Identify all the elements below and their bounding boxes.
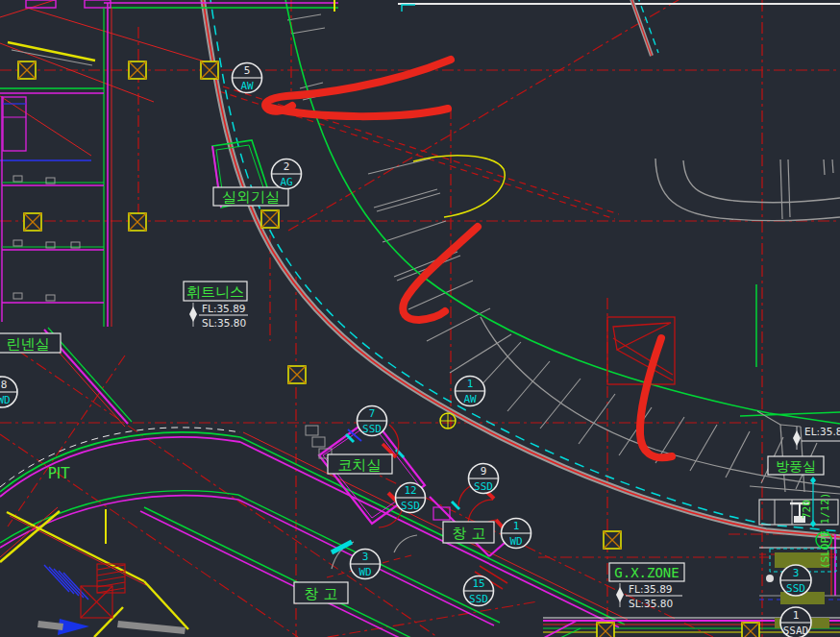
svg-text:EL:35.8: EL:35.8 (804, 426, 840, 437)
svg-text:창 고: 창 고 (453, 525, 486, 542)
svg-text:1: 1 (467, 378, 474, 390)
svg-text:실외기실: 실외기실 (222, 188, 280, 206)
floor-plan-drawing: 실외기실 휘트니스 린넨실 PIT 코치실 창 고 창 고 G.X.ZONE (0, 0, 840, 637)
yellow-arc-detail (413, 156, 505, 217)
marker-7-SSD: 7 SSD (358, 406, 387, 436)
svg-text:FL:35.89: FL:35.89 (629, 583, 673, 595)
svg-text:방풍실: 방풍실 (776, 458, 816, 474)
level-gx-zone: FL:35.89 SL:35.80 (616, 583, 682, 609)
svg-text:SSD: SSD (401, 500, 420, 512)
level-fitness: FL:35.89 SL:35.80 (189, 303, 248, 329)
curved-road-wall (202, 0, 840, 537)
svg-text:WD: WD (509, 535, 522, 548)
svg-text:1: 1 (793, 609, 800, 622)
room-label-linen: 린넨실 (0, 333, 61, 353)
svg-text:SSAD: SSAD (783, 625, 809, 637)
svg-text:휘트니스: 휘트니스 (186, 283, 244, 301)
svg-text:12: 12 (404, 484, 416, 497)
svg-text:G.X.ZONE: G.X.ZONE (614, 565, 679, 580)
svg-text:SSD: SSD (474, 480, 493, 493)
marker-1-WD: 1 WD (502, 519, 531, 549)
svg-text:SSD: SSD (469, 593, 488, 605)
gray-bar (117, 621, 185, 634)
marker-3-SSD: 3 SSD (780, 565, 811, 596)
annotation-stroke-1b (270, 108, 448, 116)
lockers (306, 426, 332, 458)
room-label-storage-bottom: 창 고 (294, 582, 348, 603)
room-label-fitness: 휘트니스 (184, 282, 247, 301)
level-right-el: EL:35.8 (793, 426, 840, 450)
svg-text:AW: AW (240, 80, 254, 92)
svg-text:15: 15 (472, 577, 484, 590)
marker-12-SSD: 12 SSD (396, 483, 426, 513)
svg-text:창 고: 창 고 (305, 585, 338, 602)
room-label-pit: PIT (48, 465, 70, 482)
survey-point (440, 413, 456, 429)
stair-hatch (44, 565, 88, 600)
shaft-hatch (81, 564, 125, 618)
svg-text:WD: WD (358, 566, 371, 578)
svg-text:AW: AW (463, 393, 477, 405)
road-curves (398, 0, 840, 220)
svg-text:AG: AG (280, 176, 292, 188)
svg-text:5: 5 (244, 64, 251, 77)
room-label-coach: 코치실 (328, 454, 392, 474)
svg-text:SL:35.80: SL:35.80 (202, 317, 246, 329)
annotation-stroke-3 (640, 338, 672, 457)
marker-8-WD: 8 WD (0, 377, 17, 407)
room-label-storage-mid: 창 고 (443, 522, 494, 543)
svg-text:9: 9 (481, 465, 487, 478)
marker-5-AW: 5 AW (233, 63, 262, 93)
svg-text:8: 8 (1, 379, 8, 391)
keynote-markers: 5 AW 2 AG 1 AW 7 SSD 12 SSD 9 SSD (0, 63, 811, 637)
svg-text:7: 7 (369, 407, 376, 420)
svg-text:린넨실: 린넨실 (7, 335, 50, 353)
svg-text:WD: WD (0, 394, 11, 406)
room-label-outdoor-unit: 실외기실 (213, 187, 288, 206)
svg-text:3: 3 (362, 551, 369, 563)
room-label-windbreak: 방풍실 (768, 456, 824, 475)
svg-text:1: 1 (513, 520, 520, 532)
svg-text:720: 720 (801, 500, 813, 519)
marker-1-SSAD: 1 SSAD (780, 607, 811, 637)
cad-drawing-canvas[interactable]: 실외기실 휘트니스 린넨실 PIT 코치실 창 고 창 고 G.X.ZONE (0, 0, 840, 637)
svg-text:3: 3 (793, 567, 800, 579)
svg-text:(SLOPE 1/12): (SLOPE 1/12) (819, 493, 831, 569)
fixtures (13, 176, 80, 301)
room-labels: 실외기실 휘트니스 린넨실 PIT 코치실 창 고 창 고 G.X.ZONE (0, 187, 824, 603)
marker-2-AG: 2 AG (272, 159, 302, 189)
marker-1-AW: 1 AW (456, 377, 485, 406)
room-label-gx-zone: G.X.ZONE (609, 563, 684, 581)
annotation-stroke-1 (265, 60, 451, 111)
svg-text:SSD: SSD (786, 582, 805, 595)
svg-text:2: 2 (284, 160, 290, 173)
marker-3-WD: 3 WD (351, 550, 381, 579)
marker-9-SSD: 9 SSD (469, 464, 499, 494)
svg-text:SSD: SSD (362, 423, 382, 435)
svg-text:코치실: 코치실 (338, 456, 382, 474)
marker-15-SSD: 15 SSD (464, 576, 494, 606)
svg-text:FL:35.89: FL:35.89 (202, 303, 246, 314)
column-markers (18, 61, 759, 637)
svg-text:SL:35.80: SL:35.80 (629, 598, 673, 609)
